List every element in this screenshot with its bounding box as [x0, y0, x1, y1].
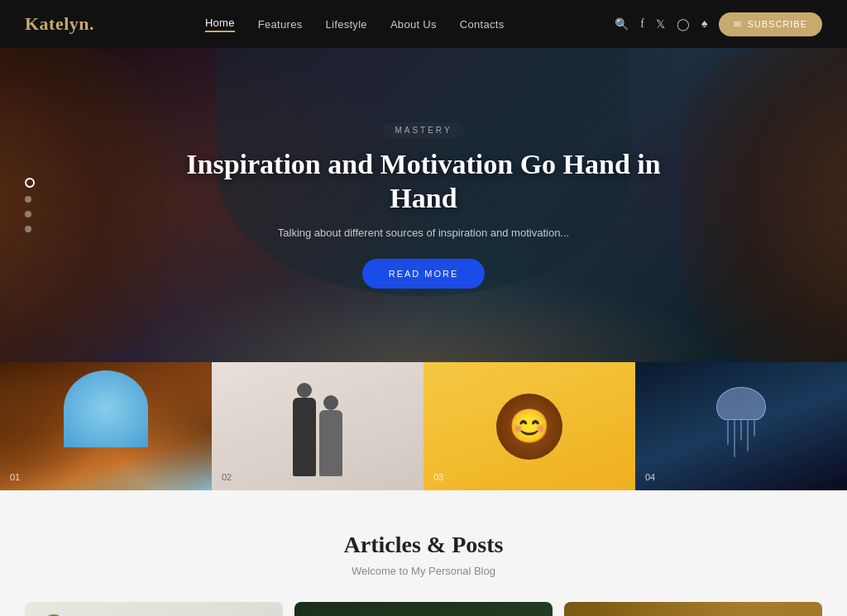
- figure-short: [319, 410, 342, 476]
- header-actions: 🔍 f 𝕏 ◯ ♠ SUBSCRIBE: [615, 12, 822, 36]
- thumbnail-1[interactable]: 01: [0, 362, 212, 490]
- nav-home[interactable]: Home: [205, 17, 235, 32]
- tentacle-4: [747, 420, 749, 451]
- slide-dot-1[interactable]: [25, 178, 35, 188]
- thumb-number-1: 01: [10, 472, 20, 482]
- read-more-button[interactable]: READ MORE: [362, 259, 486, 289]
- slider-dots: [25, 178, 35, 232]
- nav-contacts[interactable]: Contacts: [460, 18, 505, 31]
- slide-dot-4[interactable]: [25, 226, 31, 232]
- articles-section: Articles & Posts Welcome to My Personal …: [0, 490, 847, 616]
- thumbnail-3[interactable]: 😊 03: [424, 362, 635, 490]
- thumb1-sky: [64, 370, 148, 447]
- thumbnail-4[interactable]: 04: [635, 362, 847, 490]
- articles-subtitle: Welcome to My Personal Blog: [25, 565, 822, 577]
- thumb-number-3: 03: [433, 472, 443, 482]
- dribbble-icon[interactable]: ♠: [701, 17, 707, 31]
- jellyfish: [716, 387, 766, 457]
- logo-text: Katelyn: [25, 13, 89, 34]
- nav-features[interactable]: Features: [258, 18, 303, 31]
- article-card-3[interactable]: RECENT POSTS: [564, 602, 822, 616]
- article-cards: POPULAR POSTS ABOUT ME RECENT POSTS: [25, 602, 822, 616]
- hero-section: MASTERY Inspiration and Motivation Go Ha…: [0, 48, 847, 362]
- hero-title: Inspiration and Motivation Go Hand in Ha…: [175, 148, 672, 216]
- article-card-2[interactable]: ABOUT ME: [294, 602, 553, 616]
- search-icon[interactable]: 🔍: [615, 17, 629, 31]
- slide-dot-2[interactable]: [25, 196, 31, 203]
- facebook-icon[interactable]: f: [640, 17, 644, 31]
- thumbnail-2[interactable]: 02: [212, 362, 424, 490]
- figure-tall: [293, 398, 316, 476]
- thumbnail-strip: 01 02 😊 03 04: [0, 362, 847, 490]
- hero-subtitle: Talking about different sources of inspi…: [175, 227, 672, 239]
- road-overlay: [564, 602, 822, 616]
- jellyfish-tentacles: [716, 420, 766, 457]
- logo-dot: .: [89, 13, 94, 34]
- couple-figure: [293, 377, 342, 476]
- header: Katelyn. Home Features Lifestyle About U…: [0, 0, 847, 48]
- tentacle-2: [734, 420, 735, 457]
- smiling-face: 😊: [496, 394, 562, 460]
- tentacle-5: [754, 420, 755, 437]
- nav-about[interactable]: About Us: [390, 18, 437, 31]
- tentacle-1: [727, 420, 729, 445]
- jellyfish-body: [716, 387, 766, 420]
- tentacle-3: [740, 420, 742, 441]
- slide-dot-3[interactable]: [25, 211, 31, 217]
- articles-title: Articles & Posts: [25, 532, 822, 558]
- card1-items: [25, 602, 283, 616]
- nav-lifestyle[interactable]: Lifestyle: [326, 18, 367, 31]
- subscribe-button[interactable]: SUBSCRIBE: [719, 12, 822, 36]
- leaf-decoration: [294, 602, 553, 616]
- thumb-number-4: 04: [645, 472, 655, 482]
- logo[interactable]: Katelyn.: [25, 13, 94, 35]
- main-nav: Home Features Lifestyle About Us Contact…: [205, 17, 505, 32]
- arch-right: [682, 48, 847, 362]
- hero-category: MASTERY: [383, 122, 463, 138]
- instagram-icon[interactable]: ◯: [677, 17, 690, 31]
- article-card-1[interactable]: POPULAR POSTS: [25, 602, 283, 616]
- twitter-icon[interactable]: 𝕏: [656, 17, 665, 31]
- thumb-number-2: 02: [222, 472, 232, 482]
- hero-content: MASTERY Inspiration and Motivation Go Ha…: [175, 122, 672, 289]
- section-header: Articles & Posts Welcome to My Personal …: [25, 532, 822, 577]
